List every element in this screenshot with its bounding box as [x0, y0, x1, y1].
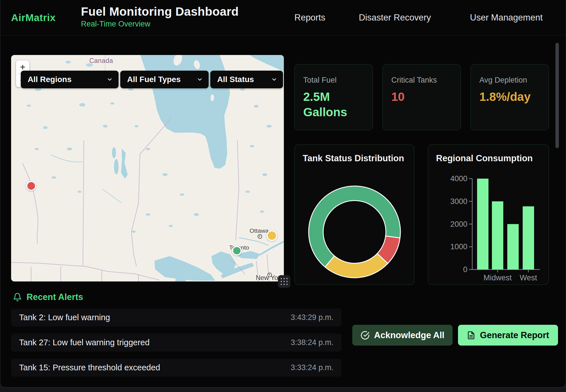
svg-text:1000: 1000	[450, 242, 467, 251]
generate-report-button[interactable]: Generate Report	[458, 325, 558, 346]
alert-row[interactable]: Tank 15: Pressure threshold exceeded 3:3…	[11, 359, 341, 377]
new-york-city-icon	[267, 273, 272, 277]
map-marker-warning[interactable]	[266, 230, 277, 241]
nav-disaster-recovery[interactable]: Disaster Recovery	[359, 0, 431, 35]
page-subtitle: Real-Time Overview	[81, 20, 239, 28]
fuel-type-filter-dropdown[interactable]: All Fuel Types	[120, 71, 209, 88]
map-marker-critical[interactable]	[26, 181, 36, 191]
stat-label: Critical Tanks	[391, 76, 452, 85]
document-icon	[467, 331, 475, 340]
alert-row[interactable]: Tank 27: Low fuel warning triggered 3:38…	[11, 334, 341, 352]
stat-cards: Total Fuel 2.5M Gallons Critical Tanks 1…	[294, 64, 549, 130]
alert-message: Tank 27: Low fuel warning triggered	[19, 338, 150, 347]
stat-value: 2.5M Gallons	[303, 89, 364, 120]
stat-value: 1.8%/day	[479, 89, 540, 105]
acknowledge-all-button[interactable]: Acknowledge All	[352, 325, 453, 346]
ottawa-city-icon	[258, 234, 262, 239]
chevron-down-icon	[197, 76, 203, 83]
status-filter-label: All Status	[217, 75, 254, 84]
bar	[492, 201, 503, 270]
svg-text:3000: 3000	[450, 197, 467, 206]
recent-alerts-header: Recent Alerts	[13, 292, 83, 302]
alert-row[interactable]: Tank 2: Low fuel warning 3:43:29 p.m.	[11, 309, 341, 326]
check-circle-icon	[361, 331, 370, 340]
tank-status-chart-card: Tank Status Distribution	[294, 144, 414, 285]
alert-message: Tank 15: Pressure threshold exceeded	[19, 363, 160, 372]
app-header: AirMatrix Fuel Monitoring Dashboard Real…	[0, 0, 566, 36]
region-filter-label: All Regions	[28, 75, 72, 84]
status-filter-dropdown[interactable]: All Status	[210, 71, 283, 88]
alert-message: Tank 2: Low fuel warning	[19, 313, 110, 322]
map-marker-normal[interactable]	[232, 246, 242, 256]
map-label-canada: Canada	[89, 57, 113, 65]
nav-reports[interactable]: Reports	[294, 0, 325, 35]
fuel-type-filter-label: All Fuel Types	[127, 75, 181, 84]
stat-value: 10	[391, 89, 452, 105]
stat-card-total-fuel: Total Fuel 2.5M Gallons	[294, 64, 373, 130]
stat-label: Total Fuel	[303, 76, 364, 85]
bar	[477, 179, 488, 270]
scrollbar-thumb[interactable]	[555, 43, 559, 148]
brand-logo[interactable]: AirMatrix	[11, 0, 56, 35]
svg-text:2000: 2000	[450, 220, 467, 228]
page-title: Fuel Monitoring Dashboard	[81, 5, 239, 19]
alert-timestamp: 3:43:29 p.m.	[291, 313, 333, 322]
generate-report-label: Generate Report	[480, 330, 549, 340]
regional-consumption-bar-chart: 01000200030004000MidwestWest	[428, 145, 549, 285]
map-label-ottawa: Ottawa	[250, 227, 269, 234]
bar	[507, 224, 519, 270]
svg-text:0: 0	[463, 265, 467, 274]
alert-timestamp: 3:33:24 p.m.	[291, 363, 333, 372]
chevron-down-icon	[271, 76, 277, 83]
regional-consumption-chart-card: Regional Consumption 01000200030004000Mi…	[428, 144, 549, 285]
map-filters: All Regions All Fuel Types All Status	[21, 71, 283, 88]
region-filter-dropdown[interactable]: All Regions	[21, 71, 119, 88]
svg-text:4000: 4000	[450, 174, 467, 183]
nav-user-management[interactable]: User Management	[470, 0, 543, 35]
alert-timestamp: 3:38:24 p.m.	[291, 338, 333, 347]
donut-segment-warning	[325, 254, 388, 278]
recent-alerts-title: Recent Alerts	[27, 292, 83, 302]
stat-label: Avg Depletion	[479, 76, 540, 85]
map-panel[interactable]: Canada Ottawa Toronto New York + − All R…	[11, 55, 284, 281]
tank-status-donut-chart	[295, 145, 414, 285]
page-title-block: Fuel Monitoring Dashboard Real-Time Over…	[81, 5, 239, 28]
bar	[523, 206, 534, 270]
dashboard-shell: AirMatrix Fuel Monitoring Dashboard Real…	[0, 0, 566, 387]
svg-text:West: West	[520, 273, 537, 282]
bell-icon	[13, 293, 22, 302]
stat-card-critical-tanks: Critical Tanks 10	[382, 64, 461, 130]
stat-card-avg-depletion: Avg Depletion 1.8%/day	[471, 64, 549, 130]
dashboard-root: AirMatrix Fuel Monitoring Dashboard Real…	[0, 0, 566, 392]
resize-drag-handle[interactable]	[278, 275, 290, 288]
chevron-down-icon	[107, 76, 113, 83]
svg-text:Midwest: Midwest	[483, 273, 512, 282]
acknowledge-all-label: Acknowledge All	[374, 330, 445, 340]
